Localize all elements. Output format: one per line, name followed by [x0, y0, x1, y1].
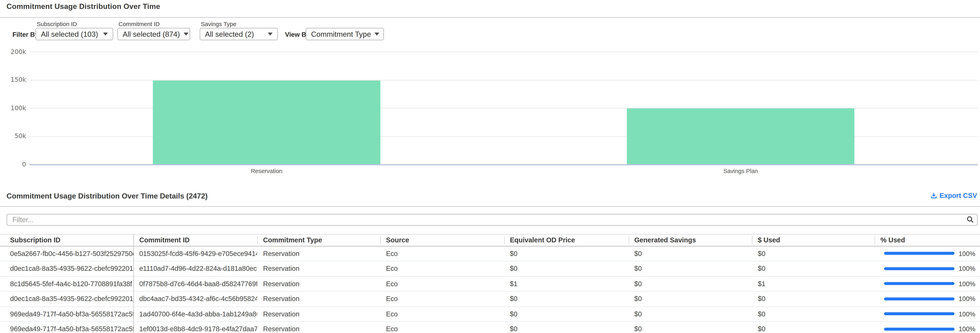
pct-used-indicator: 100%	[880, 310, 977, 317]
table-row: 969eda49-717f-4a50-bf3a-56558172ac5f1ef0…	[0, 322, 980, 333]
cell-commitment_id: 0153025f-fcd8-45f6-9429-e705ece9414c	[133, 246, 257, 261]
cell-source: Eco	[380, 246, 504, 261]
cell-used: $0	[752, 261, 875, 276]
details-section-title: Commitment Usage Distribution Over Time …	[6, 192, 208, 200]
progress-bar	[884, 282, 955, 285]
cell-subscription_id: 969eda49-717f-4a50-bf3a-56558172ac5f	[0, 322, 133, 333]
cell-commitment_id: 1ef0013d-e8b8-4dc9-9178-e4fa27daa7e5	[133, 322, 257, 333]
cell-equivalent_od_price: $0	[504, 291, 628, 306]
column-header-source[interactable]: Source	[380, 234, 504, 246]
bar-reservation[interactable]	[153, 81, 380, 164]
progress-bar	[884, 327, 955, 331]
cell-commitment_id: dbc4aac7-bd35-4342-af6c-4c56b9582400	[133, 291, 257, 306]
y-axis-tick: 100k	[0, 104, 26, 111]
progress-fill	[884, 267, 955, 270]
cell-used: $0	[752, 306, 875, 322]
y-axis-tick: 50k	[0, 132, 26, 139]
column-header-generated-savings[interactable]: Generated Savings	[628, 234, 752, 246]
table-filter-input[interactable]	[6, 214, 978, 226]
table-row: 8c1d5645-5fef-4a4c-b120-7708891fa38f0f78…	[0, 276, 980, 291]
cell-commitment_type: Reservation	[257, 291, 380, 306]
pct-used-indicator: 100%	[880, 280, 977, 287]
pct-used-indicator: 100%	[880, 250, 977, 257]
cell-generated_savings: $0	[628, 306, 752, 322]
cell-equivalent_od_price: $0	[504, 306, 628, 322]
cell-generated_savings: $0	[628, 276, 752, 291]
cell-commitment_type: Reservation	[257, 322, 380, 333]
column-header--used[interactable]: % Used	[875, 234, 980, 246]
y-axis-tick: 200k	[0, 48, 26, 55]
gridline	[30, 80, 978, 80]
cell-subscription_id: d0ec1ca8-8a35-4935-9622-cbefc9922014	[0, 261, 133, 276]
pct-used-label: 100%	[959, 310, 975, 317]
table-row: d0ec1ca8-8a35-4935-9622-cbefc9922014e111…	[0, 261, 980, 276]
frozen-column-divider	[133, 234, 134, 333]
bar-savings-plan[interactable]	[627, 108, 854, 164]
export-csv-button[interactable]: Export CSV	[930, 192, 977, 199]
cell-pct-used: 100%	[875, 291, 980, 306]
column-header--used[interactable]: $ Used	[752, 234, 875, 246]
cell-commitment_type: Reservation	[257, 306, 380, 322]
cell-pct-used: 100%	[875, 246, 980, 261]
column-header-commitment-id[interactable]: Commitment ID	[133, 234, 257, 246]
cell-commitment_id: 0f7875b8-d7c6-46d4-baa8-d58247769f1f	[133, 276, 257, 291]
pct-used-label: 100%	[959, 295, 975, 303]
cell-used: $0	[752, 246, 875, 261]
cell-generated_savings: $0	[628, 246, 752, 261]
x-axis-label: Reservation	[225, 167, 308, 174]
table-header-row: Subscription IDCommitment IDCommitment T…	[0, 234, 980, 246]
cell-commitment_type: Reservation	[257, 261, 380, 276]
progress-bar	[884, 297, 955, 300]
progress-fill	[884, 297, 955, 300]
cell-pct-used: 100%	[875, 306, 980, 322]
gridline	[30, 164, 978, 165]
export-csv-label: Export CSV	[940, 192, 977, 199]
cell-pct-used: 100%	[875, 261, 980, 276]
cell-used: $1	[752, 276, 875, 291]
cell-used: $0	[752, 291, 875, 306]
cell-equivalent_od_price: $0	[504, 322, 628, 333]
download-icon	[930, 192, 937, 199]
dashboard-page: Commitment Usage Distribution Over Time …	[0, 0, 980, 333]
column-header-commitment-type[interactable]: Commitment Type	[257, 234, 380, 246]
cell-commitment_type: Reservation	[257, 276, 380, 291]
cell-used: $0	[752, 322, 875, 333]
cell-subscription_id: 0e5a2667-fb0c-4456-b127-503f2529750c	[0, 246, 133, 261]
x-axis-label: Savings Plan	[699, 167, 782, 174]
pct-used-indicator: 100%	[880, 295, 977, 303]
column-header-subscription-id[interactable]: Subscription ID	[0, 234, 133, 246]
pct-used-indicator: 100%	[880, 265, 977, 272]
progress-bar	[884, 252, 955, 255]
commitment-usage-bar-chart: 050k100k150k200kReservationSavings Plan	[0, 0, 980, 178]
table-row: d0ec1ca8-8a35-4935-9622-cbefc9922014dbc4…	[0, 291, 980, 306]
pct-used-label: 100%	[959, 280, 975, 287]
progress-fill	[884, 252, 955, 255]
cell-generated_savings: $0	[628, 261, 752, 276]
cell-pct-used: 100%	[875, 276, 980, 291]
details-table: Subscription IDCommitment IDCommitment T…	[0, 234, 980, 333]
cell-subscription_id: 8c1d5645-5fef-4a4c-b120-7708891fa38f	[0, 276, 133, 291]
cell-equivalent_od_price: $1	[504, 276, 628, 291]
progress-fill	[884, 312, 955, 315]
cell-generated_savings: $0	[628, 291, 752, 306]
table-row: 969eda49-717f-4a50-bf3a-56558172ac5f1ad4…	[0, 306, 980, 322]
search-icon[interactable]	[966, 216, 974, 223]
pct-used-label: 100%	[959, 265, 975, 272]
cell-subscription_id: 969eda49-717f-4a50-bf3a-56558172ac5f	[0, 306, 133, 322]
pct-used-label: 100%	[959, 250, 975, 257]
cell-source: Eco	[380, 291, 504, 306]
progress-fill	[884, 282, 955, 285]
y-axis-tick: 150k	[0, 76, 26, 83]
progress-bar	[884, 312, 955, 315]
cell-commitment_type: Reservation	[257, 246, 380, 261]
pct-used-indicator: 100%	[880, 325, 977, 333]
pct-used-label: 100%	[959, 325, 975, 333]
section-divider	[0, 206, 980, 207]
progress-bar	[884, 267, 955, 270]
cell-commitment_id: 1ad40700-6f4e-4a3d-abba-1ab1249a86bd	[133, 306, 257, 322]
cell-equivalent_od_price: $0	[504, 246, 628, 261]
cell-generated_savings: $0	[628, 322, 752, 333]
cell-equivalent_od_price: $0	[504, 261, 628, 276]
column-header-equivalent-od-price[interactable]: Equivalent OD Price	[504, 234, 628, 246]
cell-source: Eco	[380, 306, 504, 322]
